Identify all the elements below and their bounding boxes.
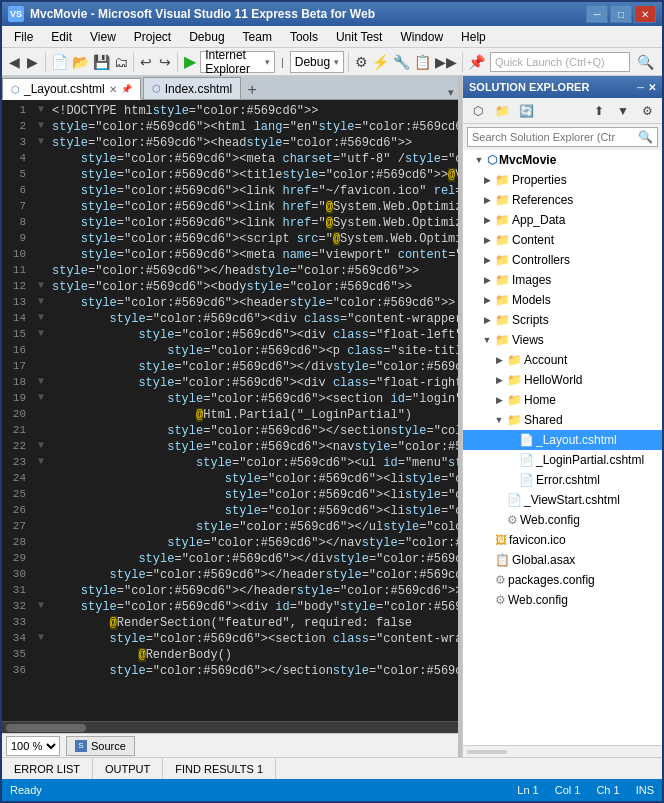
code-line-13[interactable]: 13▼ style="color:#569cd6"><headerstyle="… <box>2 296 458 312</box>
tree-item-references[interactable]: ▶📁 References <box>463 190 662 210</box>
menu-tools[interactable]: Tools <box>282 28 326 46</box>
tree-arrow-app_data[interactable]: ▶ <box>481 215 493 225</box>
tb-btn-5[interactable]: ▶▶ <box>434 51 458 73</box>
tab-layout[interactable]: ⬡ _Layout.cshtml ✕ 📌 <box>2 78 141 100</box>
code-line-25[interactable]: 25 style="color:#569cd6"><listyle="color… <box>2 488 458 504</box>
code-line-26[interactable]: 26 style="color:#569cd6"><listyle="color… <box>2 504 458 520</box>
tree-root[interactable]: ▼ ⬡ MvcMovie <box>463 150 662 170</box>
open-button[interactable]: 📂 <box>71 51 90 73</box>
menu-window[interactable]: Window <box>392 28 451 46</box>
quick-launch-search[interactable]: 🔍 <box>634 51 658 73</box>
code-line-2[interactable]: 2▼style="color:#569cd6"><html lang="en"s… <box>2 120 458 136</box>
tree-arrow-models[interactable]: ▶ <box>481 295 493 305</box>
sol-refresh-btn[interactable]: 🔄 <box>515 101 537 121</box>
code-line-8[interactable]: 8 style="color:#569cd6"><link href="@Sys… <box>2 216 458 232</box>
new-tab-button[interactable]: + <box>243 81 261 99</box>
undo-button[interactable]: ↩ <box>138 51 155 73</box>
solution-search-input[interactable] <box>472 131 638 143</box>
code-line-15[interactable]: 15▼ style="color:#569cd6"><div class="fl… <box>2 328 458 344</box>
tree-item-error_file[interactable]: 📄 Error.cshtml <box>463 470 662 490</box>
code-line-7[interactable]: 7 style="color:#569cd6"><link href="@Sys… <box>2 200 458 216</box>
tab-error-list[interactable]: ERROR LIST <box>2 758 93 779</box>
save-all-button[interactable]: 🗂 <box>113 51 130 73</box>
tree-arrow-references[interactable]: ▶ <box>481 195 493 205</box>
code-line-32[interactable]: 32▼ style="color:#569cd6"><div id="body"… <box>2 600 458 616</box>
code-line-3[interactable]: 3▼style="color:#569cd6"><headstyle="colo… <box>2 136 458 152</box>
tree-item-helloworld[interactable]: ▶📁 HelloWorld <box>463 370 662 390</box>
code-line-17[interactable]: 17 style="color:#569cd6"></divstyle="col… <box>2 360 458 376</box>
tb-btn-2[interactable]: ⚡ <box>371 51 390 73</box>
editor-hscroll[interactable] <box>2 721 458 733</box>
tree-item-shared[interactable]: ▼📁 Shared <box>463 410 662 430</box>
code-line-12[interactable]: 12▼style="color:#569cd6"><bodystyle="col… <box>2 280 458 296</box>
code-line-24[interactable]: 24 style="color:#569cd6"><listyle="color… <box>2 472 458 488</box>
tree-item-home[interactable]: ▶📁 Home <box>463 390 662 410</box>
collapse-arrow-19[interactable]: ▼ <box>34 392 48 403</box>
tree-arrow-images[interactable]: ▶ <box>481 275 493 285</box>
collapse-arrow-34[interactable]: ▼ <box>34 632 48 643</box>
tree-item-scripts[interactable]: ▶📁 Scripts <box>463 310 662 330</box>
tree-item-layout_file[interactable]: 📄 _Layout.cshtml <box>463 430 662 450</box>
hscroll-thumb[interactable] <box>6 724 86 732</box>
tree-item-controllers[interactable]: ▶📁 Controllers <box>463 250 662 270</box>
tree-arrow-scripts[interactable]: ▶ <box>481 315 493 325</box>
code-line-18[interactable]: 18▼ style="color:#569cd6"><div class="fl… <box>2 376 458 392</box>
solution-bottom-splitter[interactable] <box>463 745 662 757</box>
code-line-19[interactable]: 19▼ style="color:#569cd6"><section id="l… <box>2 392 458 408</box>
tree-item-properties[interactable]: ▶📁 Properties <box>463 170 662 190</box>
browser-dropdown[interactable]: Internet Explorer ▾ <box>200 51 275 73</box>
code-line-33[interactable]: 33 @RenderSection("featured", required: … <box>2 616 458 632</box>
panel-pin-button[interactable]: ─ <box>637 82 644 93</box>
code-line-9[interactable]: 9 style="color:#569cd6"><script src="@Sy… <box>2 232 458 248</box>
tree-item-web_config[interactable]: ⚙ Web.config <box>463 590 662 610</box>
collapse-arrow-1[interactable]: ▼ <box>34 104 48 115</box>
minimize-button[interactable]: ─ <box>586 5 608 23</box>
code-line-1[interactable]: 1▼<!DOCTYPE htmlstyle="color:#569cd6">> <box>2 104 458 120</box>
menu-file[interactable]: File <box>6 28 41 46</box>
tree-item-favicon[interactable]: 🖼 favicon.ico <box>463 530 662 550</box>
close-button[interactable]: ✕ <box>634 5 656 23</box>
menu-edit[interactable]: Edit <box>43 28 80 46</box>
collapse-arrow-12[interactable]: ▼ <box>34 280 48 291</box>
collapse-arrow-32[interactable]: ▼ <box>34 600 48 611</box>
tree-arrow-controllers[interactable]: ▶ <box>481 255 493 265</box>
tree-item-viewstart_file[interactable]: 📄 _ViewStart.cshtml <box>463 490 662 510</box>
tab-index[interactable]: ⬡ Index.cshtml <box>143 77 241 99</box>
tree-item-views[interactable]: ▼📁 Views <box>463 330 662 350</box>
tree-item-account[interactable]: ▶📁 Account <box>463 350 662 370</box>
tree-arrow-views[interactable]: ▼ <box>481 335 493 345</box>
bottom-splitter-thumb[interactable] <box>467 750 507 754</box>
collapse-arrow-13[interactable]: ▼ <box>34 296 48 307</box>
menu-project[interactable]: Project <box>126 28 179 46</box>
code-line-4[interactable]: 4 style="color:#569cd6"><meta charset="u… <box>2 152 458 168</box>
code-line-27[interactable]: 27 style="color:#569cd6"></ulstyle="colo… <box>2 520 458 536</box>
code-line-35[interactable]: 35 @RenderBody() <box>2 648 458 664</box>
tb-btn-4[interactable]: 📋 <box>413 51 432 73</box>
menu-debug[interactable]: Debug <box>181 28 232 46</box>
tree-arrow-shared[interactable]: ▼ <box>493 415 505 425</box>
code-line-5[interactable]: 5 style="color:#569cd6"><titlestyle="col… <box>2 168 458 184</box>
forward-button[interactable]: ▶ <box>25 51 42 73</box>
sol-settings-btn[interactable]: ⚙ <box>636 101 658 121</box>
collapse-arrow-18[interactable]: ▼ <box>34 376 48 387</box>
sol-filter-btn[interactable]: ▼ <box>612 101 634 121</box>
tree-arrow-properties[interactable]: ▶ <box>481 175 493 185</box>
sol-files-btn[interactable]: 📁 <box>491 101 513 121</box>
tree-item-packages_config[interactable]: ⚙ packages.config <box>463 570 662 590</box>
tree-item-webconfig_views[interactable]: ⚙ Web.config <box>463 510 662 530</box>
quick-launch-input[interactable]: Quick Launch (Ctrl+Q) <box>490 52 630 72</box>
code-line-10[interactable]: 10 style="color:#569cd6"><meta name="vie… <box>2 248 458 264</box>
mode-dropdown[interactable]: Debug ▾ <box>290 51 344 73</box>
tree-arrow-home[interactable]: ▶ <box>493 395 505 405</box>
collapse-arrow-14[interactable]: ▼ <box>34 312 48 323</box>
code-line-34[interactable]: 34▼ style="color:#569cd6"><section class… <box>2 632 458 648</box>
tree-item-content[interactable]: ▶📁 Content <box>463 230 662 250</box>
layout-tab-close[interactable]: ✕ <box>109 84 117 95</box>
tab-output[interactable]: OUTPUT <box>93 758 163 779</box>
save-button[interactable]: 💾 <box>92 51 111 73</box>
code-line-31[interactable]: 31 style="color:#569cd6"></headerstyle="… <box>2 584 458 600</box>
menu-unittest[interactable]: Unit Test <box>328 28 390 46</box>
tree-item-app_data[interactable]: ▶📁 App_Data <box>463 210 662 230</box>
code-line-22[interactable]: 22▼ style="color:#569cd6"><navstyle="col… <box>2 440 458 456</box>
maximize-button[interactable]: □ <box>610 5 632 23</box>
